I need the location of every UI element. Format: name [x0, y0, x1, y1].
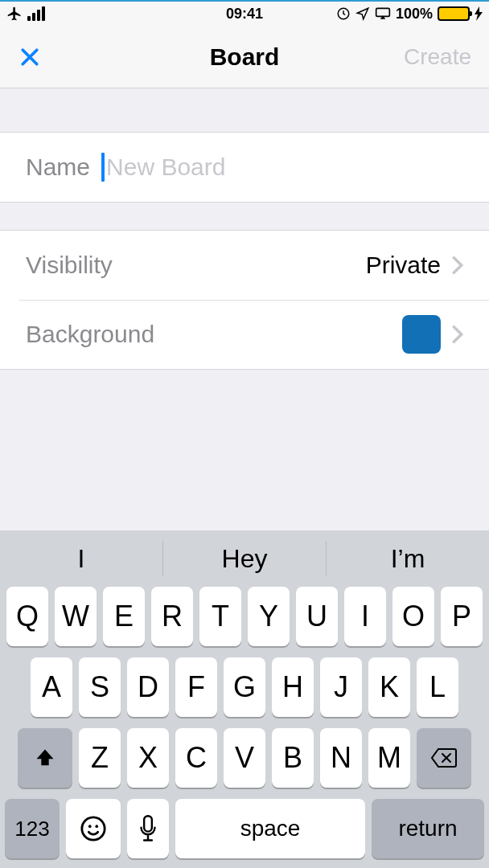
- key-x[interactable]: X: [127, 728, 169, 788]
- close-icon: [18, 45, 42, 69]
- key-f[interactable]: F: [175, 657, 217, 717]
- airplane-icon: [6, 6, 23, 22]
- key-u[interactable]: U: [296, 587, 338, 646]
- key-v[interactable]: V: [224, 728, 265, 788]
- prediction-2[interactable]: Hey: [163, 544, 326, 574]
- svg-point-2: [82, 817, 105, 840]
- svg-point-3: [88, 825, 92, 828]
- chevron-right-icon: [452, 256, 463, 275]
- key-b[interactable]: B: [272, 728, 314, 788]
- key-p[interactable]: P: [441, 587, 483, 646]
- text-cursor: [101, 153, 105, 182]
- key-s[interactable]: S: [79, 657, 121, 717]
- chevron-right-icon: [452, 325, 463, 344]
- emoji-icon: [80, 815, 107, 842]
- visibility-value: Private: [366, 252, 441, 279]
- key-t[interactable]: T: [199, 587, 241, 646]
- key-a[interactable]: A: [31, 657, 72, 717]
- key-j[interactable]: J: [320, 657, 362, 717]
- name-row[interactable]: Name New Board: [0, 133, 489, 202]
- key-d[interactable]: D: [127, 657, 169, 717]
- key-w[interactable]: W: [55, 587, 97, 646]
- keyboard: I Hey I’m QWERTYUIOP ASDFGHJKL ZXCVBNM 1…: [0, 530, 489, 868]
- status-bar: 09:41 100%: [0, 0, 489, 26]
- backspace-key[interactable]: [417, 728, 471, 788]
- prediction-3[interactable]: I’m: [327, 544, 489, 574]
- nav-title: Board: [210, 43, 280, 71]
- key-i[interactable]: I: [344, 587, 386, 646]
- svg-rect-5: [144, 816, 152, 831]
- key-h[interactable]: H: [272, 657, 314, 717]
- key-c[interactable]: C: [175, 728, 217, 788]
- prediction-1[interactable]: I: [0, 544, 162, 574]
- name-input[interactable]: New Board: [101, 153, 463, 182]
- signal-icon: [27, 6, 45, 21]
- keyboard-row-2: ASDFGHJKL: [0, 657, 489, 717]
- name-label: Name: [26, 154, 90, 181]
- key-r[interactable]: R: [151, 587, 193, 646]
- key-y[interactable]: Y: [248, 587, 290, 646]
- shift-icon: [34, 747, 56, 769]
- key-g[interactable]: G: [224, 657, 265, 717]
- key-n[interactable]: N: [320, 728, 362, 788]
- key-o[interactable]: O: [392, 587, 434, 646]
- shift-key[interactable]: [18, 728, 72, 788]
- key-k[interactable]: K: [368, 657, 410, 717]
- background-label: Background: [26, 321, 154, 348]
- return-key[interactable]: return: [372, 799, 484, 858]
- airplay-icon: [375, 6, 391, 21]
- visibility-label: Visibility: [26, 252, 113, 279]
- backspace-icon: [430, 747, 458, 768]
- status-right: 100%: [336, 6, 483, 23]
- svg-rect-1: [376, 8, 390, 16]
- emoji-key[interactable]: [66, 799, 121, 858]
- name-placeholder: New Board: [106, 154, 225, 181]
- nav-bar: Board Create: [0, 26, 489, 88]
- dictation-key[interactable]: [127, 799, 169, 858]
- battery-pct: 100%: [396, 6, 433, 23]
- key-l[interactable]: L: [417, 657, 458, 717]
- battery-icon: [438, 6, 470, 21]
- orientation-lock-icon: [336, 6, 351, 21]
- keyboard-row-4: 123 space return: [0, 799, 489, 858]
- bolt-icon: [475, 6, 483, 21]
- status-time: 09:41: [226, 6, 263, 23]
- keyboard-row-1: QWERTYUIOP: [0, 587, 489, 646]
- close-button[interactable]: [18, 45, 42, 69]
- name-section: Name New Board: [0, 132, 489, 203]
- key-q[interactable]: Q: [6, 587, 48, 646]
- visibility-row[interactable]: Visibility Private: [0, 231, 489, 300]
- key-z[interactable]: Z: [79, 728, 121, 788]
- key-m[interactable]: M: [368, 728, 410, 788]
- location-icon: [355, 6, 370, 21]
- prediction-bar: I Hey I’m: [0, 530, 489, 587]
- status-left: [6, 6, 45, 22]
- settings-section: Visibility Private Background: [0, 230, 489, 370]
- space-key[interactable]: space: [175, 799, 365, 858]
- background-row[interactable]: Background: [0, 300, 489, 369]
- numbers-key[interactable]: 123: [5, 799, 60, 858]
- keyboard-row-3: ZXCVBNM: [0, 728, 489, 788]
- mic-icon: [139, 815, 157, 842]
- key-e[interactable]: E: [103, 587, 145, 646]
- background-swatch: [402, 315, 441, 354]
- svg-point-4: [95, 825, 98, 828]
- create-button[interactable]: Create: [404, 44, 471, 70]
